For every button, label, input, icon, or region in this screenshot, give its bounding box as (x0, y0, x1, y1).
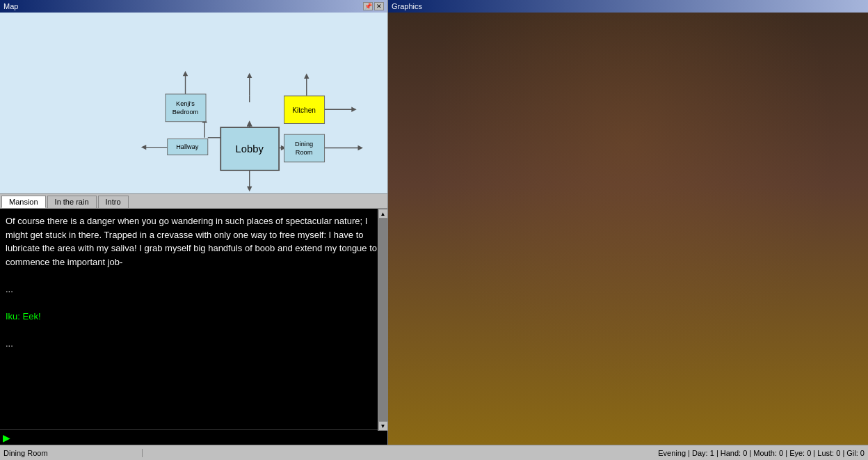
narrative-text: Of course there is a danger when you go … (6, 216, 377, 267)
svg-text:Lobby: Lobby (236, 143, 264, 154)
text-panel: Of course there is a danger when you go … (0, 209, 387, 445)
scene-background (388, 13, 868, 445)
map-title: Map (3, 2, 18, 10)
tab-mansion[interactable]: Mansion (1, 196, 46, 208)
map-titlebar-buttons: 📌 ✕ (363, 2, 384, 10)
status-bar: Dining Room Evening | Day: 1 | Hand: 0 |… (0, 445, 868, 460)
right-panel: Graphics (388, 0, 868, 445)
ellipsis2: ... (6, 338, 13, 349)
speaker-text: Eek! (23, 311, 41, 322)
prompt-icon: ▶ (3, 432, 10, 443)
svg-text:Room: Room (296, 149, 313, 156)
speaker-name: Iku: Eek! (6, 311, 41, 322)
map-pin-button[interactable]: 📌 (363, 2, 373, 10)
status-gil: Gil: 0 (846, 449, 865, 457)
text-content[interactable]: Of course there is a danger when you go … (0, 209, 387, 429)
map-panel: Map 📌 ✕ (0, 0, 387, 209)
tab-intro[interactable]: Intro (98, 196, 129, 208)
left-panel: Map 📌 ✕ (0, 0, 388, 445)
status-day: Day: 1 (692, 449, 714, 457)
scroll-up-button[interactable]: ▲ (378, 209, 388, 219)
scroll-track (378, 219, 388, 421)
svg-text:Bedroom: Bedroom (172, 109, 199, 116)
status-stats: Evening | Day: 1 | Hand: 0 | Mouth: 0 | … (143, 449, 865, 457)
scroll-down-button[interactable]: ▼ (378, 421, 388, 431)
map-svg: Kenji's Bedroom Kitchen Lobby Dining Roo… (0, 13, 387, 193)
graphics-titlebar: Graphics (388, 0, 868, 13)
main-container: Map 📌 ✕ (0, 0, 868, 445)
svg-text:Hallway: Hallway (176, 143, 199, 150)
graphics-title: Graphics (392, 2, 422, 10)
svg-text:Dining: Dining (295, 141, 313, 148)
status-eye: Eye: 0 (789, 449, 811, 457)
map-titlebar: Map 📌 ✕ (0, 0, 387, 13)
status-lust: Lust: 0 (817, 449, 840, 457)
ellipsis1: ... (6, 284, 13, 294)
svg-text:Kitchen: Kitchen (292, 106, 316, 114)
tab-in-the-rain[interactable]: In the rain (47, 196, 97, 208)
status-hand: Hand: 0 (721, 449, 748, 457)
svg-text:Kenji's: Kenji's (176, 100, 195, 107)
status-time: Evening (658, 449, 686, 457)
map-content: Kenji's Bedroom Kitchen Lobby Dining Roo… (0, 13, 387, 193)
map-close-button[interactable]: ✕ (374, 2, 384, 10)
map-tab-bar: Mansion In the rain Intro (0, 193, 387, 208)
status-location: Dining Room (3, 449, 143, 457)
graphics-content (388, 13, 868, 445)
text-scrollbar: ▲ ▼ (378, 209, 387, 431)
text-input-row[interactable]: ▶ (0, 429, 387, 445)
status-mouth: Mouth: 0 (753, 449, 783, 457)
